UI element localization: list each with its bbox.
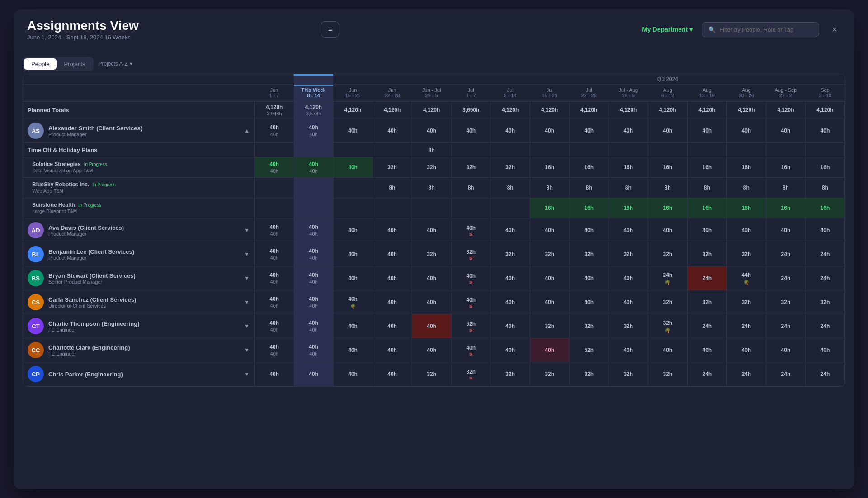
- table-cell: 40h: [333, 119, 373, 143]
- table-cell: 40h40h: [294, 314, 333, 338]
- table-cell: 40h: [530, 218, 569, 242]
- table-cell: 32h: [530, 242, 569, 266]
- col-week-13: Aug - Sep27 - 2: [766, 84, 805, 101]
- col-q-1: [294, 74, 333, 85]
- table-cell: 8h: [373, 178, 412, 198]
- table-cell: 4,120h: [766, 101, 805, 119]
- table-cell: 40h: [333, 242, 373, 266]
- table-cell: 32h: [569, 362, 609, 386]
- table-cell: 16h: [569, 157, 609, 178]
- table-cell: 16h: [530, 198, 569, 218]
- person-role: Product Manager: [48, 132, 142, 137]
- table-cell: 16h: [726, 157, 766, 178]
- person-role: FE Engineer: [48, 327, 140, 332]
- table-cell: 4,120h: [687, 101, 726, 119]
- expand-button[interactable]: ▼: [244, 347, 250, 353]
- person-info: CP Chris Parker (Engineering) ▼: [28, 366, 250, 382]
- table-cell: 24h: [805, 362, 844, 386]
- table-cell: 40h: [451, 119, 491, 143]
- table-cell: [648, 143, 687, 157]
- table-cell: 40h🌴: [333, 290, 373, 314]
- expand-button[interactable]: ▼: [244, 371, 250, 377]
- table-cell: 40h: [333, 157, 373, 178]
- table-cell: 40h: [491, 290, 530, 314]
- subtitle: June 1, 2024 - Sept 18, 2024 16 Weeks: [27, 34, 312, 41]
- project-name: BlueSky Robotics Inc.: [32, 181, 89, 188]
- person-name: Alexander Smith (Client Services): [48, 125, 142, 132]
- table-cell: 8h: [451, 178, 491, 198]
- sort-dropdown[interactable]: Projects A-Z ▾: [98, 61, 132, 67]
- person-info: CT Charlie Thompson (Engineering) FE Eng…: [28, 318, 250, 334]
- project-name: Solstice Strategies: [32, 161, 80, 167]
- table-cell: 4,120h: [569, 101, 609, 119]
- table-cell: [294, 178, 333, 198]
- table-cell: 32h: [609, 242, 648, 266]
- person-row: CT Charlie Thompson (Engineering) FE Eng…: [23, 314, 845, 338]
- table-cell: 4,120h3,578h: [294, 101, 333, 119]
- search-box[interactable]: 🔍: [702, 22, 819, 37]
- table-cell: 40h⊠: [451, 290, 491, 314]
- table-cell: 40h: [333, 362, 373, 386]
- col-q-3: [373, 74, 412, 85]
- table-cell: 40h: [373, 242, 412, 266]
- table-cell: 24h: [805, 266, 844, 290]
- person-info: BL Benjamin Lee (Client Services) Produc…: [28, 246, 250, 262]
- col-q3-label: Q3 2024: [491, 74, 844, 85]
- table-cell: 24h: [726, 314, 766, 338]
- table-cell: 32h: [609, 362, 648, 386]
- tab-people[interactable]: People: [24, 58, 57, 70]
- table-cell: [255, 143, 294, 157]
- table-cell: 32h: [648, 242, 687, 266]
- person-info: AS Alexander Smith (Client Services) Pro…: [28, 123, 250, 139]
- close-button[interactable]: ×: [828, 23, 841, 37]
- avatar: CP: [28, 366, 44, 382]
- expand-button[interactable]: ▼: [244, 251, 250, 257]
- project-row: Sunstone Health In Progress Large Bluepr…: [23, 198, 845, 218]
- table-cell: 4,120h3,948h: [255, 101, 294, 119]
- table-cell: 8h: [569, 178, 609, 198]
- table-cell: 8h: [412, 178, 451, 198]
- dept-selector[interactable]: My Department ▾: [642, 26, 693, 33]
- table-cell: 8h: [609, 178, 648, 198]
- col-people-header: [23, 84, 255, 101]
- expand-button[interactable]: ▼: [244, 227, 250, 233]
- table-cell: 16h: [766, 157, 805, 178]
- table-cell: [333, 178, 373, 198]
- table-cell: 32h: [491, 242, 530, 266]
- table-cell: 40h: [530, 119, 569, 143]
- table-cell: [373, 143, 412, 157]
- col-week-3: Jun22 - 28: [373, 84, 412, 101]
- table-cell: 40h⊠: [451, 338, 491, 362]
- expand-button[interactable]: ▼: [244, 299, 250, 305]
- app-title: Assignments View: [27, 19, 312, 33]
- table-cell: [569, 143, 609, 157]
- search-input[interactable]: [719, 26, 812, 33]
- avatar: CS: [28, 294, 44, 310]
- table-cell: 40h: [373, 290, 412, 314]
- table-cell: 32h: [726, 290, 766, 314]
- table-cell: [333, 198, 373, 218]
- table-cell: 40h: [294, 362, 333, 386]
- expand-button[interactable]: ▼: [244, 275, 250, 281]
- people-header-quarter: [23, 74, 255, 85]
- table-cell: 32h: [412, 362, 451, 386]
- tab-projects[interactable]: Projects: [57, 58, 92, 70]
- table-cell: 24h: [766, 362, 805, 386]
- table-cell: 40h: [609, 290, 648, 314]
- expand-button[interactable]: ▼: [244, 323, 250, 329]
- person-info: CC Charlotte Clark (Engineering) FE Engi…: [28, 342, 250, 358]
- table-cell: 8h: [530, 178, 569, 198]
- table-cell: 40h: [569, 290, 609, 314]
- col-week-9: Jul - Aug29 - 5: [609, 84, 648, 101]
- person-row: BL Benjamin Lee (Client Services) Produc…: [23, 242, 845, 266]
- filter-button[interactable]: ≡: [321, 21, 339, 38]
- table-cell: 16h: [687, 198, 726, 218]
- table-cell: 40h: [766, 218, 805, 242]
- status-badge: In Progress: [78, 203, 101, 208]
- col-week-7: Jul15 - 21: [530, 84, 569, 101]
- expand-button[interactable]: ▲: [244, 128, 250, 134]
- planned-totals-header: Planned Totals4,120h3,948h4,120h3,578h4,…: [23, 101, 845, 119]
- table-cell: [687, 143, 726, 157]
- person-name: Ava Davis (Client Services): [48, 224, 124, 231]
- project-sub: Large Blueprint: [32, 209, 66, 214]
